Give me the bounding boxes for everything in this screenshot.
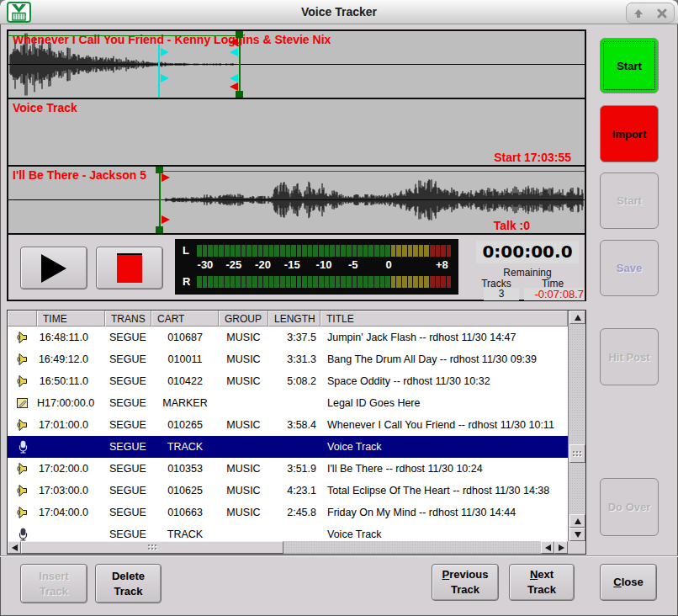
meter-segment bbox=[325, 245, 330, 257]
titlebar: Voice Tracker bbox=[0, 0, 678, 24]
save-button[interactable]: Save bbox=[600, 240, 659, 296]
meter-segment bbox=[391, 276, 396, 288]
do-over-button[interactable]: Do Over bbox=[600, 478, 659, 536]
log-row[interactable]: 16:48:11.0SEGUE010687MUSIC3:37.5Jumpin' … bbox=[8, 327, 568, 348]
play-button[interactable] bbox=[20, 247, 87, 289]
speaker-icon bbox=[16, 418, 29, 432]
meter-segment bbox=[374, 245, 379, 257]
fade-marker-arrow[interactable] bbox=[161, 74, 169, 82]
meter-segment bbox=[368, 276, 373, 288]
meter-segment bbox=[436, 245, 441, 257]
end-marker-arrow[interactable] bbox=[230, 38, 238, 46]
scrollbar-corner bbox=[568, 541, 585, 554]
meter-segment bbox=[308, 276, 313, 288]
log-row[interactable]: 17:01:00.0SEGUE010265MUSIC3:58.4Whenever… bbox=[8, 414, 568, 436]
meter-segment bbox=[419, 245, 424, 257]
meter-segment bbox=[225, 276, 230, 288]
event-type-icon bbox=[8, 418, 37, 432]
meter-segment bbox=[408, 245, 413, 257]
start-recording-button[interactable]: Start bbox=[600, 38, 659, 93]
meter-scale-tick: 0 bbox=[385, 258, 391, 271]
segue-marker-line[interactable] bbox=[239, 31, 241, 98]
fade-marker-arrow[interactable] bbox=[230, 48, 238, 56]
meter-segment bbox=[286, 245, 291, 257]
start-marker-line[interactable] bbox=[159, 167, 161, 233]
microphone-icon bbox=[16, 440, 29, 454]
start-marker-handle[interactable] bbox=[156, 226, 163, 233]
cell-trans: SEGUE bbox=[105, 528, 151, 540]
meter-segment bbox=[246, 245, 252, 257]
log-row[interactable]: SEGUETRACKVoice Track bbox=[8, 523, 568, 541]
scroll-right-button[interactable] bbox=[554, 541, 568, 554]
import-button[interactable]: Import bbox=[600, 105, 659, 162]
start-marker-handle[interactable] bbox=[156, 167, 163, 173]
shade-window-button[interactable] bbox=[627, 3, 650, 23]
cell-cart: 010663 bbox=[151, 507, 219, 518]
meter-scale-tick: -10 bbox=[316, 258, 332, 271]
log-row[interactable]: H17:00:00.0SEGUEMARKERLegal ID Goes Here bbox=[8, 392, 568, 414]
meter-segment bbox=[352, 245, 358, 257]
meter-segment bbox=[424, 245, 429, 257]
close-button[interactable]: Close bbox=[600, 564, 657, 601]
column-header-cart[interactable]: CART bbox=[151, 311, 219, 327]
vertical-scrollbar[interactable] bbox=[568, 311, 585, 541]
log-row-selected[interactable]: SEGUETRACKVoice Track bbox=[8, 436, 568, 458]
window-controls bbox=[626, 3, 675, 24]
log-row[interactable]: 17:02:00.0SEGUE010353MUSIC3:51.9I'll Be … bbox=[8, 458, 568, 480]
end-marker-arrow[interactable] bbox=[230, 82, 238, 91]
meter-segment bbox=[402, 276, 407, 288]
fade-marker-line[interactable] bbox=[158, 45, 160, 98]
event-type-icon bbox=[8, 396, 37, 410]
log-row[interactable]: 17:03:00.0SEGUE010625MUSIC4:23.1Total Ec… bbox=[8, 480, 568, 502]
close-window-button[interactable] bbox=[650, 3, 674, 23]
meter-segment bbox=[402, 245, 407, 257]
delete-track-button[interactable]: DeleteTrack bbox=[95, 564, 162, 603]
meter-segment bbox=[230, 245, 236, 257]
column-header-length[interactable]: LENGTH bbox=[268, 311, 320, 327]
scroll-left-button[interactable] bbox=[541, 541, 554, 554]
remaining-label: Remaining bbox=[476, 267, 579, 279]
meter-segment bbox=[214, 276, 219, 288]
meter-segment bbox=[302, 276, 307, 288]
waveform-track-before[interactable]: Whenever I Call You Friend - Kenny Loggi… bbox=[8, 31, 585, 98]
next-track-button[interactable]: NextTrack bbox=[509, 564, 575, 601]
column-header-icon[interactable] bbox=[8, 311, 37, 327]
waveform-track-voice[interactable]: Voice Track Start 17:03:55 bbox=[8, 99, 585, 165]
horizontal-scroll-thumb[interactable] bbox=[21, 541, 283, 554]
column-header-time[interactable]: TIME bbox=[37, 311, 105, 327]
meter-segment bbox=[380, 245, 385, 257]
log-row[interactable]: 17:04:00.0SEGUE010663MUSIC2:45.8Friday O… bbox=[8, 502, 568, 523]
scroll-down-button[interactable] bbox=[569, 528, 585, 541]
horizontal-scrollbar[interactable] bbox=[8, 541, 568, 554]
track-title: Voice Track bbox=[13, 101, 77, 114]
scroll-left-button[interactable] bbox=[8, 541, 21, 554]
log-row[interactable]: 16:50:11.0SEGUE010422MUSIC5:08.2Space Od… bbox=[8, 370, 568, 392]
insert-track-button[interactable]: InsertTrack bbox=[20, 564, 87, 603]
scroll-up-button[interactable] bbox=[569, 514, 585, 528]
meter-segment bbox=[258, 245, 263, 257]
cell-cart: MARKER bbox=[151, 397, 219, 409]
segue-marker-handle[interactable] bbox=[236, 31, 243, 38]
cell-title: Voice Track bbox=[320, 441, 568, 453]
hit-post-button[interactable]: Hit Post bbox=[600, 328, 659, 385]
meter-segment bbox=[302, 245, 307, 257]
fade-marker-arrow[interactable] bbox=[230, 74, 238, 82]
stop-button[interactable] bbox=[96, 247, 163, 289]
scroll-up-button[interactable] bbox=[569, 311, 585, 324]
log-row[interactable]: 16:49:12.0SEGUE010011MUSIC3:31.3Bang The… bbox=[8, 348, 568, 370]
start-marker-arrow[interactable] bbox=[162, 215, 170, 224]
fade-marker-arrow[interactable] bbox=[161, 48, 169, 56]
column-header-trans[interactable]: TRANS bbox=[105, 311, 151, 327]
column-header-group[interactable]: GROUP bbox=[219, 311, 268, 327]
column-header-title[interactable]: TITLE bbox=[320, 311, 568, 327]
start-secondary-button[interactable]: Start bbox=[600, 173, 659, 229]
meter-segment bbox=[230, 276, 236, 288]
previous-track-button[interactable]: PreviousTrack bbox=[432, 564, 499, 601]
waveform-track-after[interactable]: I'll Be There - Jackson 5 Talk :0 bbox=[8, 167, 585, 233]
start-marker-arrow[interactable] bbox=[162, 173, 170, 182]
vertical-scroll-thumb[interactable] bbox=[569, 444, 585, 463]
meter-segment bbox=[441, 245, 446, 257]
segue-marker-handle[interactable] bbox=[236, 91, 243, 98]
meter-segment bbox=[269, 276, 274, 288]
event-type-icon bbox=[8, 462, 37, 475]
